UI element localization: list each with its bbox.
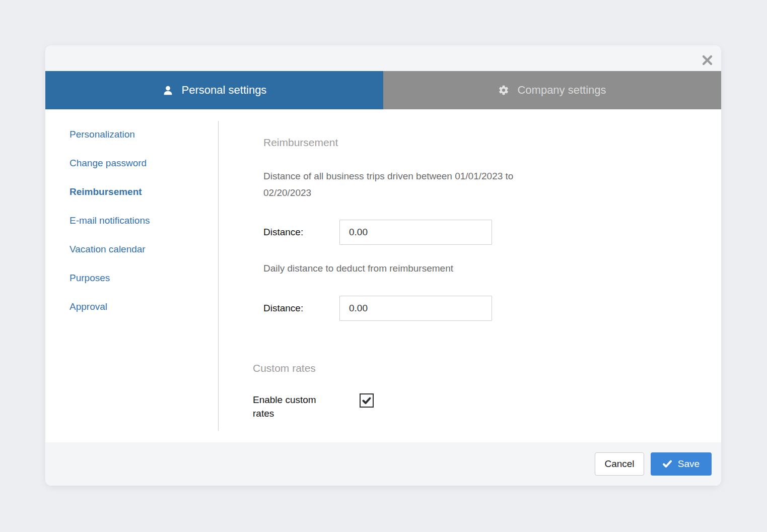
- sidebar-divider: [218, 121, 219, 431]
- tab-label: Personal settings: [182, 84, 267, 97]
- section-heading-reimbursement: Reimbursement: [263, 136, 701, 149]
- enable-custom-rates-label: Enable custom rates: [253, 393, 360, 420]
- dialog-content: Personalization Change password Reimburs…: [45, 109, 721, 442]
- cancel-button[interactable]: Cancel: [595, 452, 644, 476]
- enable-custom-rates-checkbox[interactable]: [360, 393, 374, 408]
- daily-distance-input[interactable]: [339, 296, 492, 321]
- dialog-footer: Cancel Save: [45, 442, 721, 486]
- sidebar-item-email-notifications[interactable]: E-mail notifications: [69, 215, 218, 227]
- section-heading-custom-rates: Custom rates: [253, 361, 701, 375]
- settings-dialog: Personal settings Company settings Perso…: [45, 45, 721, 486]
- save-button[interactable]: Save: [651, 452, 712, 476]
- daily-distance-description: Daily distance to deduct from reimbursem…: [263, 260, 538, 277]
- reimbursement-panel: Reimbursement Distance of all business t…: [218, 109, 721, 442]
- sidebar-item-vacation-calendar[interactable]: Vacation calendar: [69, 243, 218, 255]
- checkmark-icon: [362, 395, 372, 406]
- daily-distance-label: Distance:: [263, 303, 339, 314]
- tab-label: Company settings: [517, 84, 606, 97]
- reimbursement-section: Reimbursement Distance of all business t…: [263, 136, 701, 321]
- distance-input[interactable]: [339, 220, 492, 245]
- sidebar-item-purposes[interactable]: Purposes: [69, 272, 218, 284]
- tab-company-settings[interactable]: Company settings: [383, 71, 721, 109]
- enable-custom-rates-row: Enable custom rates: [253, 393, 701, 420]
- sidebar-item-approval[interactable]: Approval: [69, 301, 218, 313]
- gear-icon: [498, 85, 509, 96]
- dialog-header: [45, 45, 721, 71]
- sidebar-item-change-password[interactable]: Change password: [69, 157, 218, 169]
- distance-field-row: Distance:: [263, 220, 701, 245]
- settings-tabbar: Personal settings Company settings: [45, 71, 721, 109]
- settings-sidebar: Personalization Change password Reimburs…: [45, 109, 218, 442]
- save-button-label: Save: [678, 458, 700, 470]
- custom-rates-section: Custom rates Enable custom rates: [253, 361, 701, 420]
- sidebar-item-reimbursement[interactable]: Reimbursement: [69, 186, 218, 198]
- save-check-icon: [663, 460, 672, 468]
- close-icon[interactable]: [701, 54, 713, 66]
- daily-distance-field-row: Distance:: [263, 296, 701, 321]
- trips-distance-description: Distance of all business trips driven be…: [263, 168, 538, 201]
- distance-label: Distance:: [263, 227, 339, 238]
- user-icon: [162, 85, 174, 96]
- sidebar-item-personalization[interactable]: Personalization: [69, 128, 218, 141]
- tab-personal-settings[interactable]: Personal settings: [45, 71, 383, 109]
